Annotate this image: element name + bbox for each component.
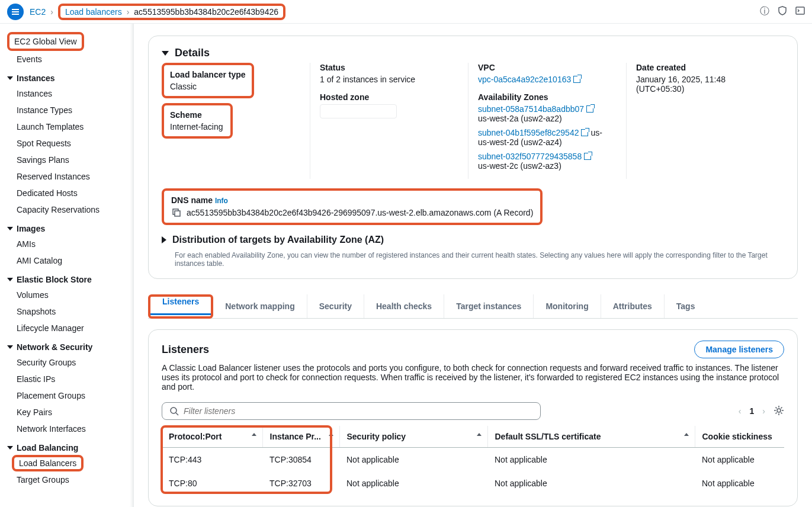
date-created-label: Date created [636, 63, 775, 72]
sidebar-item-spot-requests[interactable]: Spot Requests [0, 135, 133, 152]
sidebar-item-instances[interactable]: Instances [0, 85, 133, 102]
dns-info-link[interactable]: Info [215, 197, 228, 205]
svg-rect-0 [12, 9, 19, 10]
sort-icon[interactable] [329, 433, 333, 436]
tab-security[interactable]: Security [307, 294, 364, 318]
chevron-right-icon: › [50, 7, 53, 17]
sidebar-group-network-security[interactable]: Network & Security [0, 336, 133, 354]
sidebar-item-savings-plans[interactable]: Savings Plans [0, 152, 133, 168]
tab-tags[interactable]: Tags [665, 294, 707, 318]
sidebar-item-volumes[interactable]: Volumes [0, 287, 133, 303]
main-content: Details Load balancer type Classic Schem… [134, 24, 812, 507]
subnet-desc-2: us-west-2c (usw2-az3) [478, 161, 617, 171]
listeners-title: Listeners [162, 344, 209, 356]
cell-proto: TCP:80 [162, 471, 262, 495]
lb-type-value: Classic [170, 82, 246, 91]
cell-ssl: Not applicable [487, 448, 695, 472]
svg-point-6 [171, 407, 176, 413]
cell-sec: Not applicable [339, 471, 487, 495]
filter-listeners-input[interactable] [184, 406, 533, 416]
sidebar-item-lifecycle-manager[interactable]: Lifecycle Manager [0, 320, 133, 336]
subnet-desc-1b: us-west-2d (usw2-az4) [478, 137, 617, 147]
svg-rect-1 [12, 11, 19, 12]
tabs: Listeners Network mapping Security Healt… [148, 294, 798, 319]
cell-inst: TCP:30854 [262, 448, 339, 472]
table-row[interactable]: TCP:443 TCP:30854 Not applicable Not app… [162, 448, 784, 472]
hamburger-menu-button[interactable] [7, 4, 24, 20]
sidebar-group-ebs[interactable]: Elastic Block Store [0, 269, 133, 287]
tab-health-checks[interactable]: Health checks [364, 294, 444, 318]
tab-monitoring[interactable]: Monitoring [534, 294, 601, 318]
sidebar-item-security-groups[interactable]: Security Groups [0, 354, 133, 371]
sort-icon[interactable] [252, 433, 256, 436]
sidebar-item-elastic-ips[interactable]: Elastic IPs [0, 371, 133, 387]
tab-listeners[interactable]: Listeners [150, 290, 211, 315]
sort-icon[interactable] [477, 433, 482, 436]
table-row[interactable]: TCP:80 TCP:32703 Not applicable Not appl… [162, 471, 784, 495]
sidebar-item-events[interactable]: Events [0, 51, 133, 68]
terminal-icon[interactable] [795, 6, 805, 18]
subnet-link-2[interactable]: subnet-032f5077729435858 [478, 152, 591, 161]
sidebar-group-images[interactable]: Images [0, 218, 133, 236]
subnet-link-0[interactable]: subnet-058a7514ba8adbb07 [478, 104, 593, 114]
sidebar-item-key-pairs[interactable]: Key Pairs [0, 404, 133, 421]
pagination: ‹ 1 › [739, 405, 784, 418]
col-security-policy[interactable]: Security policy [339, 426, 487, 448]
tab-target-instances[interactable]: Target instances [444, 294, 534, 318]
sort-icon[interactable] [684, 433, 689, 436]
copy-icon[interactable] [171, 207, 182, 218]
cell-inst: TCP:32703 [262, 471, 339, 495]
sidebar-group-instances[interactable]: Instances [0, 68, 133, 85]
sidebar-item-ami-catalog[interactable]: AMI Catalog [0, 252, 133, 269]
col-ssl-cert[interactable]: Default SSL/TLS certificate [487, 426, 695, 448]
caret-down-icon[interactable] [162, 51, 169, 56]
sidebar-item-reserved-instances[interactable]: Reserved Instances [0, 168, 133, 185]
col-protocol-port[interactable]: Protocol:Port [162, 426, 262, 448]
subnet-trail-1: us- [590, 128, 602, 137]
tab-network-mapping[interactable]: Network mapping [213, 294, 307, 318]
settings-gear-icon[interactable] [774, 405, 784, 418]
breadcrumb-highlight: Load balancers › ac5513595bb3b4384b20c2e… [58, 4, 285, 20]
sidebar-item-global-view[interactable]: EC2 Global View [14, 37, 77, 46]
caret-down-icon [7, 278, 13, 281]
page-next-icon[interactable]: › [762, 406, 765, 416]
subnet-link-1[interactable]: subnet-04b1f595ef8c29542 [478, 128, 588, 137]
info-icon[interactable]: ⓘ [760, 5, 769, 18]
distribution-title: Distribution of targets by Availability … [172, 235, 384, 245]
col-cookie-stickiness[interactable]: Cookie stickiness [695, 426, 784, 448]
scheme-highlight: Scheme Internet-facing [162, 103, 233, 139]
dns-highlight: DNS name Info ac5513595bb3b4384b20c2e6f4… [162, 188, 543, 225]
cell-ssl: Not applicable [487, 471, 695, 495]
cell-cookie: Not applicable [695, 471, 784, 495]
svg-point-8 [777, 409, 781, 412]
page-prev-icon[interactable]: ‹ [739, 406, 742, 416]
cell-sec: Not applicable [339, 448, 487, 472]
sidebar-item-dedicated-hosts[interactable]: Dedicated Hosts [0, 185, 133, 201]
date-created-value: January 16, 2025, 11:48 (UTC+05:30) [636, 75, 775, 94]
breadcrumb-load-balancers[interactable]: Load balancers [65, 7, 122, 17]
sidebar-group-load-balancing[interactable]: Load Balancing [0, 437, 133, 455]
breadcrumb-current: ac5513595bb3b4384b20c2e6f43b9426 [134, 7, 278, 17]
caret-right-icon[interactable] [162, 236, 166, 243]
sidebar-item-target-groups[interactable]: Target Groups [0, 471, 133, 488]
shield-icon[interactable] [778, 6, 787, 18]
page-number: 1 [750, 406, 755, 416]
manage-listeners-button[interactable]: Manage listeners [694, 341, 784, 358]
breadcrumb-ec2[interactable]: EC2 [30, 7, 46, 17]
sidebar-item-amis[interactable]: AMIs [0, 236, 133, 252]
col-instance-protocol[interactable]: Instance Pr... [262, 426, 339, 448]
sidebar-item-load-balancers[interactable]: Load Balancers [19, 458, 76, 468]
sidebar-item-placement-groups[interactable]: Placement Groups [0, 387, 133, 404]
subnet-desc-0: us-west-2a (usw2-az2) [478, 114, 617, 123]
vpc-link[interactable]: vpc-0a5ca4a92c2e10163 [478, 75, 580, 84]
details-col-4: Date created January 16, 2025, 11:48 (UT… [627, 63, 784, 179]
sidebar-item-network-interfaces[interactable]: Network Interfaces [0, 421, 133, 437]
sidebar-item-snapshots[interactable]: Snapshots [0, 303, 133, 320]
sidebar-item-launch-templates[interactable]: Launch Templates [0, 118, 133, 135]
tab-attributes[interactable]: Attributes [601, 294, 665, 318]
details-card: Details Load balancer type Classic Schem… [148, 36, 798, 279]
svg-rect-5 [175, 211, 180, 216]
sidebar-item-capacity-reservations[interactable]: Capacity Reservations [0, 201, 133, 218]
filter-input-wrapper[interactable] [162, 402, 541, 420]
sidebar-item-instance-types[interactable]: Instance Types [0, 102, 133, 118]
